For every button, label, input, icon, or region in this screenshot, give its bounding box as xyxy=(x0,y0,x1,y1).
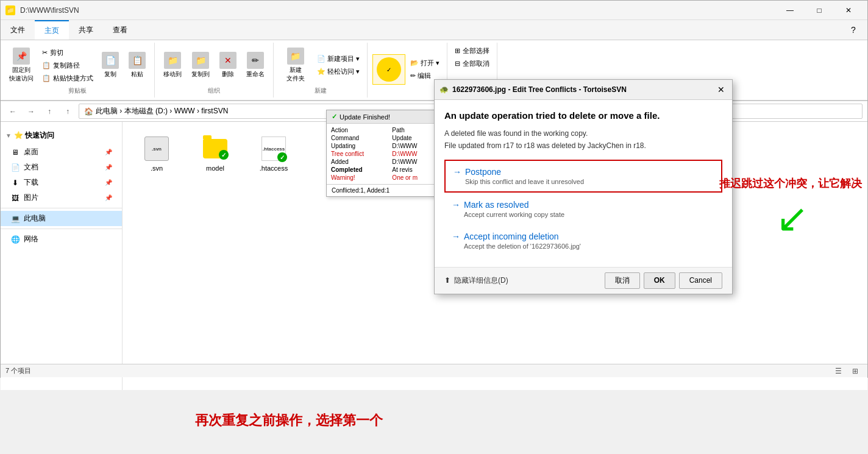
open-dropdown-button[interactable]: 📂 打开 ▾ xyxy=(408,57,442,69)
tab-share[interactable]: 共享 xyxy=(69,20,103,40)
sidebar-item-downloads[interactable]: ⬇ 下载 📌 xyxy=(1,175,122,190)
ribbon-group-organize: 📁 移动到 📁 复制到 ✕ 删除 ✏ 重命名 xyxy=(155,43,274,98)
sidebar-item-documents-label: 文档 xyxy=(24,162,38,172)
table-cell-key: Command xyxy=(329,134,390,142)
list-view-button[interactable]: ☰ xyxy=(831,364,845,378)
annotation-arrow-icon: ↙ xyxy=(719,196,866,241)
list-item[interactable]: ✓ model xyxy=(191,132,240,174)
new-label: 新建 xyxy=(315,87,327,95)
dialog-title-bar: 🐢 1622973606.jpg - Edit Tree Conflicts -… xyxy=(435,80,732,100)
dialog-footer: ⬆ 隐藏详细信息(D) 取消 OK Cancel xyxy=(435,267,732,294)
table-cell-value: D:\WWW xyxy=(390,158,439,166)
file-icon-htaccess: .htaccess ✓ xyxy=(259,134,288,163)
move-to-button[interactable]: 📁 移动到 xyxy=(160,49,185,81)
copy-path-button[interactable]: 📋 复制路径 xyxy=(40,60,96,71)
sidebar-section-quickaccess[interactable]: ▼ ⭐ 快速访问 xyxy=(1,127,122,144)
list-item[interactable]: .svn .svn xyxy=(132,132,181,174)
deselect-all-button[interactable]: ⊟ 全部取消 xyxy=(452,58,492,69)
copy-to-label: 复制到 xyxy=(191,70,210,79)
table-cell-value-red: D:\WWW xyxy=(390,150,439,158)
move-icon: 📁 xyxy=(164,52,181,69)
up-dir-button[interactable]: ↑ xyxy=(60,104,75,119)
table-cell-key-red: Tree conflict xyxy=(329,150,390,158)
breadcrumb: 此电脑 › 本地磁盘 (D:) › WWW › firstSVN xyxy=(96,106,228,116)
table-cell-value: Update xyxy=(390,134,439,142)
dialog-close-button[interactable]: ✕ xyxy=(715,83,727,96)
open-button[interactable]: ✓ xyxy=(372,54,405,85)
table-cell-key: Updating xyxy=(329,142,390,150)
clipboard-small-btns: ✂ 剪切 📋 复制路径 📋 粘贴快捷方式 xyxy=(40,47,96,84)
ok-button[interactable]: OK xyxy=(644,272,675,289)
postpone-option[interactable]: → Postpone Skip this conflict and leave … xyxy=(444,160,722,193)
table-cell-key-bold: Completed xyxy=(329,166,390,174)
tab-home[interactable]: 主页 xyxy=(35,20,69,40)
close-button[interactable]: ✕ xyxy=(834,1,863,20)
update-check-icon: ✓ xyxy=(332,113,337,121)
downloads-icon: ⬇ xyxy=(10,178,20,188)
sidebar-item-thispc[interactable]: 💻 此电脑 xyxy=(1,211,122,226)
htaccess-text: .htaccess xyxy=(263,146,285,152)
pictures-icon: 🖼 xyxy=(10,193,20,203)
table-cell-value: Path xyxy=(390,126,439,134)
sidebar-separator2 xyxy=(1,229,122,229)
table-row: Updating D:\WWW xyxy=(329,142,439,150)
grid-view-button[interactable]: ⊞ xyxy=(848,364,863,378)
table-row: Action Path xyxy=(329,126,439,134)
paste-button[interactable]: 📋 粘贴 xyxy=(125,49,149,81)
pin-button[interactable]: 📌 固定到快速访问 xyxy=(5,45,37,85)
new-folder-button[interactable]: 📁 新建文件夹 xyxy=(279,45,312,85)
minimize-button[interactable]: — xyxy=(776,1,804,20)
rename-button[interactable]: ✏ 重命名 xyxy=(243,49,268,81)
paste-label: 粘贴 xyxy=(131,70,143,79)
delete-button[interactable]: ✕ 删除 xyxy=(216,49,240,81)
bottom-annotation-text: 再次重复之前操作，选择第一个 xyxy=(195,413,383,428)
ribbon-help-button[interactable]: ? xyxy=(839,20,867,40)
select-all-button[interactable]: ⊞ 全部选择 xyxy=(452,45,492,57)
maximize-button[interactable]: □ xyxy=(805,1,833,20)
mark-resolved-option[interactable]: → Mark as resolved Accept current workin… xyxy=(444,194,722,224)
tree-conflict-dialog: 🐢 1622973606.jpg - Edit Tree Conflicts -… xyxy=(434,79,733,294)
update-dialog-header: ✓ Update Finished! xyxy=(327,110,441,124)
cancel-button[interactable]: 取消 xyxy=(605,272,640,289)
sidebar-item-documents[interactable]: 📄 文档 📌 xyxy=(1,160,122,175)
sidebar-item-pictures[interactable]: 🖼 图片 📌 xyxy=(1,190,122,205)
paste-icon: 📋 xyxy=(42,74,51,82)
tab-file[interactable]: 文件 xyxy=(1,20,35,40)
sidebar-item-desktop[interactable]: 🖥 桌面 📌 xyxy=(1,144,122,160)
easy-access-label: ⭐ 轻松访问 ▾ xyxy=(317,67,360,76)
list-item[interactable]: .htaccess ✓ .htaccess xyxy=(249,132,298,174)
new-item-label: 📄 新建项目 ▾ xyxy=(317,54,360,63)
easy-access-button[interactable]: ⭐ 轻松访问 ▾ xyxy=(315,66,362,77)
tab-view[interactable]: 查看 xyxy=(103,20,137,40)
postpone-arrow-icon: → xyxy=(453,167,461,177)
sidebar-item-network[interactable]: 🌐 网络 xyxy=(1,232,122,247)
file-label-svn: .svn xyxy=(151,165,163,172)
check-circle-icon: ✓ xyxy=(377,57,401,82)
up-button[interactable]: ↑ xyxy=(42,104,57,119)
annotation-text: 推迟跳过这个冲突，让它解决 xyxy=(719,177,866,191)
sidebar-section-label: ⭐ 快速访问 xyxy=(14,130,54,141)
forward-button[interactable]: → xyxy=(24,104,38,119)
toggle-details-button[interactable]: ⬆ 隐藏详细信息(D) xyxy=(444,275,508,286)
new-item-button[interactable]: 📄 新建项目 ▾ xyxy=(315,53,362,65)
accept-deletion-option-title: → Accept incoming deletion xyxy=(452,232,715,241)
rename-label: 重命名 xyxy=(246,70,265,79)
cut-button[interactable]: ✂ 剪切 xyxy=(40,47,96,59)
cancel2-button[interactable]: Cancel xyxy=(679,272,722,289)
sidebar-item-desktop-pin: 📌 xyxy=(105,149,112,155)
copy-button[interactable]: 📄 复制 xyxy=(98,49,123,81)
table-cell-value: D:\WWW xyxy=(390,142,439,150)
file-icon-svn: .svn xyxy=(142,134,171,163)
copy-to-button[interactable]: 📁 复制到 xyxy=(188,49,213,81)
file-label-htaccess: .htaccess xyxy=(260,165,288,172)
green-check-badge: ✓ xyxy=(219,150,229,160)
delete-icon: ✕ xyxy=(219,52,237,69)
paste-shortcut-button[interactable]: 📋 粘贴快捷方式 xyxy=(40,73,96,84)
table-row: Command Update xyxy=(329,134,439,142)
edit-label: ✏ 编辑 xyxy=(410,71,431,80)
new-folder-label: 新建文件夹 xyxy=(286,66,305,83)
back-button[interactable]: ← xyxy=(5,104,20,119)
file-icon-model: ✓ xyxy=(201,134,230,163)
accept-deletion-option[interactable]: → Accept incoming deletion Accept the de… xyxy=(444,225,722,256)
view-buttons: ☰ ⊞ xyxy=(831,364,863,378)
